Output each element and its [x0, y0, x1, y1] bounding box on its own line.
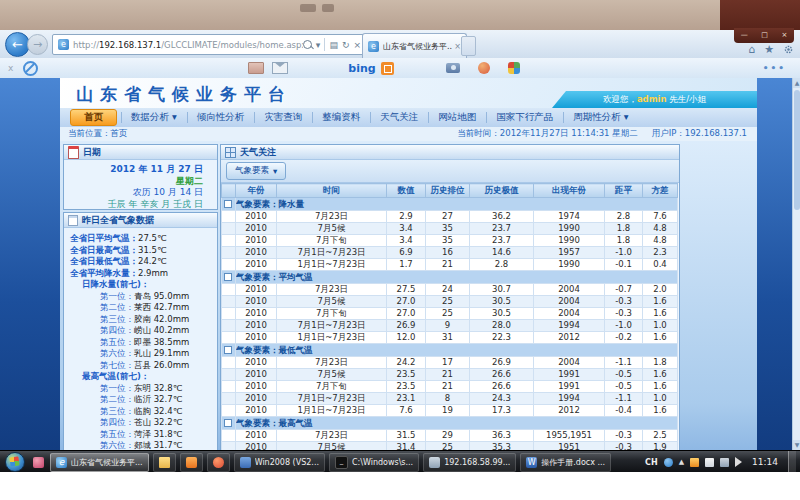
scroll-down-icon[interactable]: ▼	[793, 440, 800, 450]
nav-item-4[interactable]: 整编资料	[312, 109, 370, 126]
collapse-checkbox-icon[interactable]	[224, 200, 232, 208]
collapse-checkbox-icon[interactable]	[224, 419, 232, 427]
show-desktop-button[interactable]	[788, 451, 796, 473]
table-cell: -1.0	[605, 247, 643, 259]
search-icon[interactable]	[303, 40, 312, 49]
table-group-row[interactable]: 气象要素：平均气温	[222, 271, 678, 284]
table-cell: 0.4	[643, 259, 678, 271]
table-cell: 31	[426, 332, 470, 344]
scrollbar[interactable]: ▲ ▼	[792, 78, 800, 450]
element-filter-button[interactable]: 气象要素▾	[226, 162, 286, 180]
table-cell: 1.9	[643, 442, 678, 451]
rank-position: 第六位：	[100, 348, 134, 358]
tab-favicon: e	[368, 41, 379, 52]
taskbar-button-0[interactable]: e山东省气候业务平...	[50, 453, 149, 472]
table-group-row[interactable]: 气象要素：最低气温	[222, 344, 678, 357]
table-header-cell[interactable]: 时间	[277, 184, 387, 198]
table-cell: 2010	[236, 369, 277, 381]
rank-line: 第二位：莱西 42.7mm	[70, 302, 217, 314]
pinned-app-icon[interactable]	[33, 457, 44, 468]
bing-logo[interactable]: bing	[348, 62, 375, 75]
network-icon[interactable]	[720, 458, 729, 467]
nav-item-6[interactable]: 网站地图	[428, 109, 486, 126]
chat-icon[interactable]	[478, 62, 490, 74]
nav-item-8[interactable]: 周期性分析 ▾	[563, 109, 638, 126]
mail-icon[interactable]	[272, 62, 288, 74]
row-lead-cell	[222, 332, 236, 344]
table-group-row[interactable]: 气象要素：最高气温	[222, 417, 678, 430]
collapse-checkbox-icon[interactable]	[224, 346, 232, 354]
table-row: 20107月23日2.92736.219742.87.6	[222, 211, 678, 223]
new-tab-button[interactable]	[461, 36, 476, 56]
url-text[interactable]: http://192.168.137.1/GLCCLIMATE/modules/…	[73, 40, 303, 50]
start-button[interactable]	[5, 452, 25, 472]
tab-title[interactable]: 山东省气候业务平...	[383, 41, 452, 52]
search-dropdown-icon[interactable]: ▾	[316, 40, 321, 50]
collapse-checkbox-icon[interactable]	[224, 273, 232, 281]
scroll-up-icon[interactable]: ▲	[793, 78, 800, 88]
stop-icon[interactable]: ×	[353, 40, 361, 50]
nav-item-7[interactable]: 国家下行产品	[486, 109, 563, 126]
bing-app-icon[interactable]	[381, 62, 394, 75]
taskbar-button-label: 操作手册.docx ...	[541, 457, 605, 468]
taskbar-button-3[interactable]	[207, 453, 230, 472]
share-icon[interactable]	[508, 62, 520, 74]
table-group-row[interactable]: 气象要素：降水量	[222, 198, 678, 211]
table-cell: -0.7	[605, 284, 643, 296]
overflow-icon[interactable]: •••	[763, 63, 786, 73]
rank-value: 临朐 32.4℃	[134, 406, 182, 416]
table-header-cell[interactable]: 年份	[236, 184, 277, 198]
table-cell: 1月1日~7月23日	[277, 259, 387, 271]
maximize-icon[interactable]: □	[761, 32, 768, 39]
browser-tab[interactable]: e 山东省气候业务平... ×	[362, 33, 467, 58]
nav-item-2[interactable]: 倾向性分析	[187, 109, 255, 126]
table-header-cell[interactable]: 历史极值	[470, 184, 534, 198]
tray-app-icon[interactable]	[664, 458, 673, 467]
tools-gear-icon[interactable]	[783, 44, 794, 55]
stat-line: 全省日最低气温：24.2℃	[70, 256, 217, 268]
nav-item-0[interactable]: 首页	[70, 109, 117, 126]
table-header-cell[interactable]: 出现年份	[534, 184, 605, 198]
taskbar-button-2[interactable]	[180, 453, 203, 472]
camera-icon[interactable]	[446, 63, 460, 73]
table-cell: -0.3	[605, 308, 643, 320]
taskbar-button-6[interactable]: 192.168.58.99...	[423, 453, 516, 472]
close-icon[interactable]: x	[8, 63, 13, 73]
address-bar[interactable]: e http://192.168.137.1/GLCCLIMATE/module…	[52, 34, 365, 55]
table-header-cell[interactable]: 数值	[387, 184, 426, 198]
scrollbar-thumb[interactable]	[794, 90, 800, 210]
rank-line: 第五位：菏泽 31.8℃	[70, 429, 217, 441]
tray-expand-icon[interactable]: ▲	[679, 458, 684, 466]
home-icon[interactable]: ⌂	[748, 43, 755, 56]
table-cell: 2010	[236, 320, 277, 332]
language-indicator[interactable]: CH	[645, 458, 658, 467]
taskbar-button-1[interactable]	[153, 453, 176, 472]
close-icon[interactable]: ×	[781, 32, 787, 39]
card-icon[interactable]	[248, 62, 264, 74]
table-header-cell[interactable]: 历史排位	[426, 184, 470, 198]
compatibility-icon[interactable]: ▤	[329, 40, 338, 50]
rank-value: 青岛 95.0mm	[134, 291, 189, 301]
table-header-cell[interactable]: 距平	[605, 184, 643, 198]
taskbar-button-7[interactable]: W操作手册.docx ...	[520, 453, 611, 472]
volume-icon[interactable]	[735, 457, 742, 467]
favorites-star-icon[interactable]: ★	[764, 43, 774, 56]
refresh-icon[interactable]: ↻	[342, 40, 350, 50]
table-cell: 2010	[236, 296, 277, 308]
taskbar-button-4[interactable]: Win2008 (VS2...	[234, 453, 325, 472]
table-cell: 12.0	[387, 332, 426, 344]
row-lead-cell	[222, 357, 236, 369]
action-center-flag-icon[interactable]	[705, 458, 714, 467]
tray-alert-icon[interactable]	[690, 458, 699, 467]
forward-button[interactable]: →	[27, 34, 48, 55]
window-controls[interactable]: — □ ×	[734, 28, 794, 43]
table-header-cell[interactable]: 方差	[643, 184, 678, 198]
clock[interactable]: 11:14	[752, 457, 778, 467]
block-icon[interactable]	[23, 61, 38, 76]
minimize-icon[interactable]: —	[741, 32, 748, 39]
app-orange-icon	[186, 457, 197, 468]
taskbar-button-5[interactable]: _C:\Windows\s...	[329, 453, 419, 472]
nav-item-5[interactable]: 天气关注	[370, 109, 428, 126]
nav-item-3[interactable]: 灾害查询	[254, 109, 312, 126]
nav-item-1[interactable]: 数据分析 ▾	[121, 109, 187, 126]
